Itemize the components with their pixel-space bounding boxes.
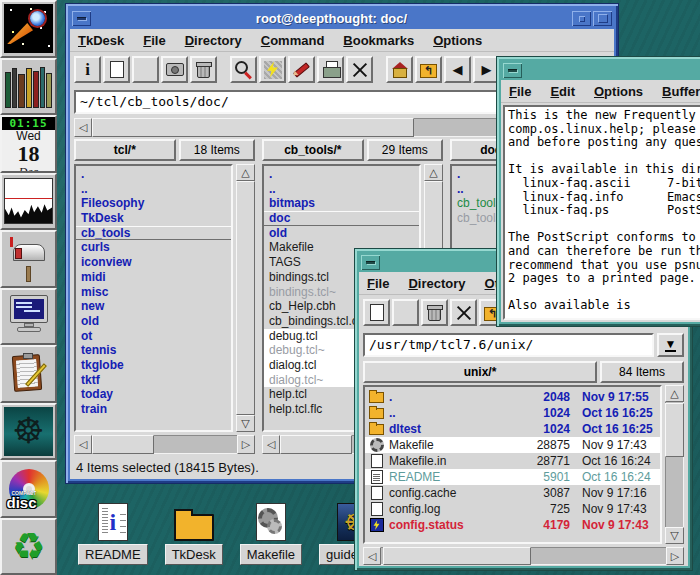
library-launcher-button[interactable] [0, 58, 57, 116]
trash-icon[interactable] [421, 299, 448, 326]
new-file-icon[interactable] [363, 299, 390, 326]
list-item[interactable]: ot [76, 329, 231, 344]
file-row[interactable]: Makefile 28875 Nov 9 17:43 [365, 437, 660, 453]
file-row[interactable]: config.status 4179 Nov 9 17:43 [365, 517, 660, 533]
list-item[interactable]: . [264, 167, 419, 182]
file-row[interactable]: config.log 725 Nov 9 17:43 [365, 501, 660, 517]
updir-icon[interactable] [415, 56, 442, 83]
clock-button[interactable]: 01:15 Wed 18 Dec [0, 115, 57, 173]
menu-item[interactable]: File [367, 276, 389, 291]
list-item[interactable]: curls [76, 240, 231, 255]
cd-player-button[interactable]: COMPACT disc [0, 460, 57, 518]
document-icon [369, 503, 384, 516]
path-history-dropdown[interactable] [657, 333, 684, 357]
dk-folder-icon [174, 514, 214, 541]
file-row[interactable]: README 5901 Oct 16 16:24 [365, 469, 660, 485]
tcl-horizontal-scrollbar[interactable] [74, 435, 255, 454]
file-row[interactable]: .. 1024 Oct 16 16:25 [365, 405, 660, 421]
list-item[interactable]: midi [76, 270, 231, 285]
list-item[interactable]: misc [76, 285, 231, 300]
menu-item[interactable]: Bookmarks [343, 33, 414, 48]
search-icon[interactable] [230, 56, 257, 83]
menu-item[interactable]: Options [594, 84, 643, 99]
dk-readme-icon [98, 503, 128, 541]
delete-icon[interactable] [346, 56, 373, 83]
list-item[interactable]: TkDesk [76, 211, 231, 226]
info-icon[interactable] [74, 56, 101, 83]
list-item[interactable]: old [264, 226, 419, 241]
list-item[interactable]: .. [264, 182, 419, 197]
list-item[interactable]: doc [264, 211, 419, 226]
column-header-cbtools[interactable]: cb_tools/* [262, 139, 364, 161]
home-icon[interactable] [386, 56, 413, 83]
desktop-icon[interactable]: README [78, 499, 148, 565]
list-item[interactable]: . [76, 167, 231, 182]
file-row[interactable]: config.cache 3087 Nov 9 17:16 [365, 485, 660, 501]
iconify-button[interactable] [572, 11, 591, 26]
file-row[interactable]: dltest 1024 Oct 16 16:25 [365, 421, 660, 437]
menu-item[interactable]: Options [433, 33, 482, 48]
file-row[interactable]: . 2048 Nov 9 17:55 [365, 389, 660, 405]
exec-icon[interactable] [259, 56, 286, 83]
helm-button[interactable]: ☸ [0, 403, 57, 461]
menu-item[interactable]: Edit [550, 84, 575, 99]
editor-title-bar[interactable] [501, 61, 700, 80]
list-item[interactable]: tkglobe [76, 358, 231, 373]
list-item[interactable]: iconview [76, 255, 231, 270]
list-item[interactable]: tennis [76, 343, 231, 358]
window-menu-button[interactable] [503, 63, 522, 78]
notes-button[interactable] [0, 345, 57, 403]
list-item[interactable]: train [76, 402, 231, 417]
recycle-button[interactable]: ♻ [0, 518, 57, 575]
desktop-icon[interactable]: TkDesk [165, 499, 223, 565]
browser-vertical-scrollbar[interactable] [665, 385, 684, 544]
browser-path-entry[interactable]: /usr/tmp/tcl7.6/unix/ [363, 333, 654, 357]
column-header-tcl[interactable]: tcl/* [74, 139, 176, 161]
comet-launcher-button[interactable] [0, 0, 57, 58]
main-title-bar[interactable]: root@deepthought: doc/ [70, 8, 614, 29]
trash-icon[interactable] [190, 56, 217, 83]
list-item[interactable]: .. [76, 182, 231, 197]
list-item[interactable]: new [76, 299, 231, 314]
menu-item[interactable]: Directory [408, 276, 465, 291]
open-folder-icon[interactable] [392, 299, 419, 326]
list-item[interactable]: old [76, 314, 231, 329]
menu-item[interactable]: File [509, 84, 531, 99]
list-item[interactable]: bitmaps [264, 196, 419, 211]
forward-icon[interactable] [473, 56, 500, 83]
menu-item[interactable]: TkDesk [78, 33, 124, 48]
desktop-icon-label: TkDesk [165, 544, 223, 565]
terminal-button[interactable] [0, 288, 57, 346]
window-menu-button[interactable] [72, 11, 91, 26]
desktop-icon[interactable]: Makefile [240, 499, 302, 565]
open-folder-icon[interactable] [132, 56, 159, 83]
file-date: Nov 9 17:16 [570, 486, 658, 500]
new-file-icon[interactable] [103, 56, 130, 83]
file-row[interactable]: Makefile.in 28771 Oct 16 16:24 [365, 453, 660, 469]
editor-text-area[interactable]: This is the new Frequently comp.os.linux… [503, 105, 700, 320]
menu-item[interactable]: Directory [185, 33, 242, 48]
mail-button[interactable] [0, 230, 57, 288]
browser-horizontal-scrollbar[interactable] [363, 547, 684, 565]
file-list-tcl: ...FileosophyTkDeskcb_toolscurlsiconview… [74, 164, 233, 432]
list-item[interactable]: today [76, 387, 231, 402]
edit-icon[interactable] [288, 56, 315, 83]
list-item[interactable]: Fileosophy [76, 196, 231, 211]
browser-column-header[interactable]: unix/* [363, 361, 597, 383]
list-item[interactable]: cb_tools [76, 226, 231, 241]
system-load-button[interactable] [0, 173, 57, 231]
file-date: Nov 9 17:43 [570, 518, 658, 532]
window-menu-button[interactable] [361, 255, 380, 270]
print-icon[interactable] [317, 56, 344, 83]
menu-item[interactable]: Buffers [662, 84, 700, 99]
tcl-vertical-scrollbar[interactable] [236, 164, 255, 432]
menu-item[interactable]: File [143, 33, 165, 48]
scroll-left-button[interactable] [74, 118, 92, 137]
list-item[interactable]: tktf [76, 373, 231, 388]
delete-icon[interactable] [450, 299, 477, 326]
folder-icon [369, 423, 384, 436]
camera-icon[interactable] [161, 56, 188, 83]
back-icon[interactable] [444, 56, 471, 83]
maximize-button[interactable] [593, 11, 612, 26]
menu-item[interactable]: Command [261, 33, 325, 48]
